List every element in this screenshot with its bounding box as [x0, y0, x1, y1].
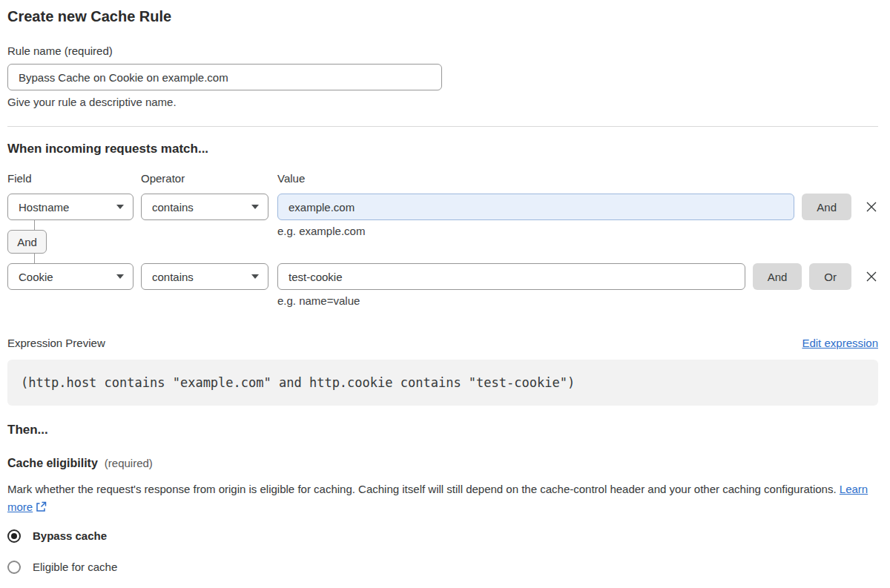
connector-line: [34, 254, 35, 263]
create-cache-rule-page: Create new Cache Rule Rule name (require…: [0, 0, 890, 588]
radio-option-0-label: Bypass cache: [33, 529, 107, 544]
chevron-down-icon: [251, 274, 259, 279]
external-link-icon: [36, 501, 47, 512]
value-hint-2: e.g. name=value: [277, 294, 878, 308]
rule-name-input[interactable]: [7, 64, 442, 90]
rule-name-helper: Give your rule a descriptive name.: [7, 96, 878, 109]
match-row-1: Hostname contains And: [7, 194, 878, 220]
operator-select-1-value: contains: [152, 201, 194, 214]
value-column-label: Value: [277, 172, 878, 185]
operator-select-2[interactable]: contains: [141, 263, 268, 290]
field-select-2-value: Cookie: [19, 271, 53, 283]
field-column-label: Field: [7, 172, 141, 185]
value-input-1[interactable]: [277, 194, 794, 220]
connector-line: [34, 220, 35, 230]
section-divider: [7, 126, 878, 127]
operator-select-1[interactable]: contains: [141, 194, 268, 220]
rule-name-label: Rule name (required): [7, 44, 878, 58]
edit-expression-link[interactable]: Edit expression: [802, 337, 878, 350]
value-input-2[interactable]: [277, 263, 745, 290]
operator-column-label: Operator: [141, 172, 277, 185]
page-title: Create new Cache Rule: [7, 7, 878, 25]
close-icon: [865, 200, 878, 214]
cache-eligibility-heading: Cache eligibility: [7, 456, 98, 470]
then-heading: Then...: [7, 423, 878, 437]
radio-icon[interactable]: [7, 561, 21, 574]
field-select-1-value: Hostname: [19, 201, 69, 214]
connector-and-button[interactable]: And: [7, 230, 47, 254]
row-connector-area: And e.g. example.com: [7, 220, 878, 263]
expression-code: (http.host contains "example.com" and ht…: [21, 375, 575, 390]
radio-option-1[interactable]: Eligible for cache: [7, 560, 878, 575]
chevron-down-icon: [116, 274, 124, 279]
field-select-2[interactable]: Cookie: [7, 263, 134, 290]
expression-code-block: (http.host contains "example.com" and ht…: [7, 360, 878, 406]
chevron-down-icon: [116, 205, 124, 209]
chevron-down-icon: [251, 205, 259, 209]
description-text: Mark whether the request's response from…: [7, 483, 837, 495]
remove-row-1-button[interactable]: [865, 200, 878, 214]
radio-option-0[interactable]: Bypass cache: [7, 529, 878, 544]
field-select-1[interactable]: Hostname: [7, 194, 134, 220]
expression-preview-header: Expression Preview Edit expression: [7, 337, 878, 350]
cache-eligibility-heading-row: Cache eligibility (required): [7, 456, 878, 470]
operator-select-2-value: contains: [152, 271, 194, 283]
required-note: (required): [105, 457, 153, 469]
match-column-headers: Field Operator Value: [7, 172, 878, 185]
close-icon: [865, 270, 878, 283]
match-heading: When incoming requests match...: [7, 142, 878, 156]
match-row-2: Cookie contains And Or: [7, 263, 878, 290]
and-button-row-2[interactable]: And: [753, 263, 802, 290]
radio-icon[interactable]: [7, 529, 21, 543]
or-button-row-2[interactable]: Or: [809, 263, 851, 290]
radio-option-1-label: Eligible for cache: [33, 560, 117, 575]
remove-row-2-button[interactable]: [865, 270, 878, 283]
expression-preview-label: Expression Preview: [7, 337, 105, 350]
cache-eligibility-description: Mark whether the request's response from…: [7, 480, 878, 516]
value-hint-1: e.g. example.com: [277, 225, 365, 238]
and-button-row-1[interactable]: And: [802, 194, 851, 220]
